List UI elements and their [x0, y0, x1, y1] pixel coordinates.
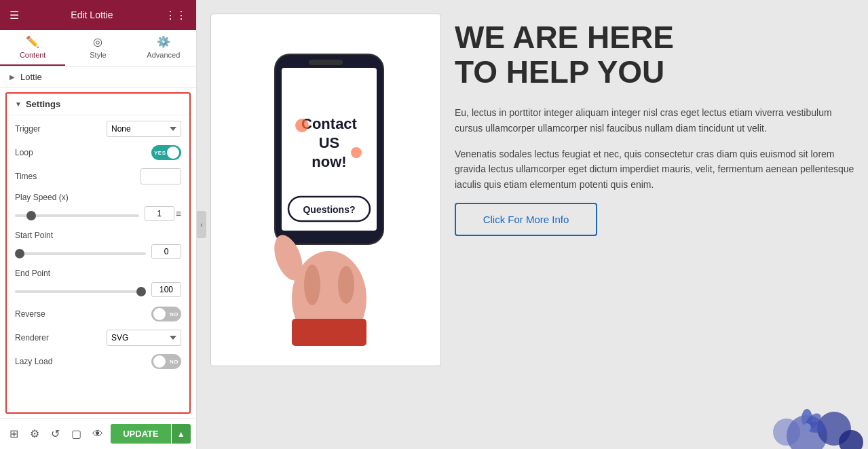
- svg-rect-2: [309, 60, 343, 65]
- reverse-toggle-wrap: NO: [151, 307, 181, 321]
- lazy-load-knob: [153, 355, 166, 368]
- svg-text:now!: now!: [312, 153, 346, 170]
- start-point-input[interactable]: [151, 244, 181, 259]
- svg-point-15: [338, 266, 354, 304]
- times-label: Times: [15, 172, 37, 181]
- play-speed-slider-row: ≡: [15, 206, 181, 221]
- cta-button[interactable]: Click For More Info: [455, 203, 597, 236]
- loop-toggle-wrap: YES: [151, 145, 181, 160]
- advanced-tab-label: Advanced: [147, 51, 180, 59]
- flowers-svg: [746, 381, 868, 449]
- lazy-load-toggle-wrap: NO: [151, 354, 181, 369]
- tab-advanced[interactable]: ⚙️ Advanced: [131, 30, 196, 66]
- tab-style[interactable]: ◎ Style: [65, 30, 130, 66]
- grid-icon[interactable]: ⋮⋮: [165, 9, 187, 22]
- svg-text:Questions?: Questions?: [303, 204, 355, 215]
- list-icon[interactable]: ≡: [176, 208, 181, 219]
- start-point-slider-row: [15, 244, 181, 259]
- end-point-slider-wrap: [15, 284, 146, 296]
- reverse-toggle[interactable]: NO: [151, 307, 181, 321]
- play-speed-label: Play Speed (x): [15, 193, 181, 202]
- reverse-label: Reverse: [15, 309, 45, 319]
- settings-icon[interactable]: ⚙: [26, 423, 43, 444]
- end-point-label: End Point: [15, 269, 181, 278]
- settings-box: ▼ Settings Trigger None Click Hover Scro…: [5, 92, 191, 414]
- loop-row: Loop YES: [15, 145, 181, 160]
- start-point-label: Start Point: [15, 231, 181, 240]
- times-input[interactable]: [140, 168, 181, 184]
- start-point-section: Start Point: [15, 231, 181, 259]
- renderer-row: Renderer SVG Canvas HTML: [15, 330, 181, 346]
- content-tab-label: Content: [20, 51, 46, 59]
- style-tab-label: Style: [90, 51, 106, 59]
- eye-icon[interactable]: 👁: [88, 424, 107, 444]
- svg-point-23: [803, 423, 811, 431]
- lottie-preview-card: Contact US now! Questions?: [210, 14, 441, 366]
- tab-content[interactable]: ✏️ Content: [0, 30, 65, 66]
- toggle-knob: [167, 147, 179, 159]
- end-point-section: End Point: [15, 269, 181, 297]
- reverse-row: Reverse NO: [15, 307, 181, 321]
- end-point-slider[interactable]: [15, 290, 146, 293]
- settings-header[interactable]: ▼ Settings: [7, 94, 189, 115]
- refresh-icon[interactable]: ↺: [47, 423, 64, 444]
- play-speed-input[interactable]: [145, 206, 174, 221]
- chevron-right-icon: ▶: [10, 73, 15, 81]
- renderer-label: Renderer: [15, 333, 49, 343]
- layers-icon[interactable]: ⊞: [5, 423, 22, 444]
- settings-title: Settings: [26, 99, 60, 109]
- main-heading: WE ARE HERE TO HELP YOU: [455, 20, 854, 89]
- end-point-input[interactable]: [151, 282, 181, 297]
- heading-line1: WE ARE HERE: [455, 20, 674, 55]
- lazy-load-toggle[interactable]: NO: [151, 354, 181, 369]
- loop-label: Loop: [15, 148, 33, 157]
- right-content: WE ARE HERE TO HELP YOU Eu, lectus in po…: [455, 14, 854, 435]
- times-row: Times: [15, 168, 181, 184]
- svg-point-7: [351, 147, 362, 158]
- left-panel: ☰ Edit Lottie ⋮⋮ ✏️ Content ◎ Style ⚙️ A…: [0, 0, 197, 449]
- content-area: Contact US now! Questions?: [210, 14, 854, 435]
- loop-toggle[interactable]: YES: [151, 145, 181, 160]
- style-tab-icon: ◎: [93, 35, 102, 48]
- advanced-tab-icon: ⚙️: [157, 35, 170, 48]
- main-content: ‹ Contact US now! Questions?: [197, 0, 868, 449]
- body-para-1: Eu, lectus in porttitor integer aliquam …: [455, 105, 854, 136]
- settings-chevron-icon: ▼: [15, 100, 22, 108]
- update-button[interactable]: UPDATE: [111, 424, 170, 444]
- svg-point-6: [295, 119, 309, 132]
- play-speed-section: Play Speed (x) ≡: [15, 193, 181, 221]
- panel-header: ☰ Edit Lottie ⋮⋮: [0, 0, 196, 30]
- svg-text:Contact: Contact: [301, 115, 358, 132]
- play-speed-slider-wrap: [15, 208, 139, 220]
- frame-icon[interactable]: ▢: [67, 423, 86, 444]
- lazy-load-row: Lazy Load NO: [15, 354, 181, 369]
- decorative-flowers: [746, 381, 868, 449]
- update-button-wrap: UPDATE ▲: [111, 424, 190, 444]
- lottie-label: Lottie: [20, 72, 42, 82]
- panel-title: Edit Lottie: [71, 9, 113, 20]
- lottie-row[interactable]: ▶ Lottie: [10, 72, 187, 82]
- panel-tabs: ✏️ Content ◎ Style ⚙️ Advanced: [0, 30, 196, 66]
- lazy-load-label: Lazy Load: [15, 357, 52, 366]
- hamburger-icon[interactable]: ☰: [10, 9, 19, 22]
- trigger-label: Trigger: [15, 124, 41, 134]
- settings-body: Trigger None Click Hover Scroll Loop YES: [7, 115, 189, 383]
- bottom-toolbar: ⊞ ⚙ ↺ ▢ 👁 UPDATE ▲: [0, 418, 196, 449]
- end-point-slider-row: [15, 282, 181, 297]
- collapse-handle[interactable]: ‹: [197, 211, 206, 238]
- start-point-slider[interactable]: [15, 252, 146, 255]
- toggle-yes-label: YES: [154, 150, 166, 156]
- trigger-select[interactable]: None Click Hover Scroll: [107, 121, 181, 137]
- start-point-slider-wrap: [15, 246, 146, 258]
- play-speed-input-wrap: ≡: [145, 206, 181, 221]
- renderer-select[interactable]: SVG Canvas HTML: [107, 330, 181, 346]
- play-speed-slider[interactable]: [15, 214, 139, 217]
- content-tab-icon: ✏️: [26, 35, 39, 48]
- trigger-row: Trigger None Click Hover Scroll: [15, 121, 181, 137]
- svg-point-13: [304, 265, 320, 305]
- heading-line2: TO HELP YOU: [455, 54, 664, 90]
- update-caret-button[interactable]: ▲: [172, 424, 191, 444]
- lottie-section: ▶ Lottie: [0, 66, 196, 88]
- phone-illustration: Contact US now! Questions?: [238, 34, 414, 346]
- svg-rect-12: [292, 319, 366, 346]
